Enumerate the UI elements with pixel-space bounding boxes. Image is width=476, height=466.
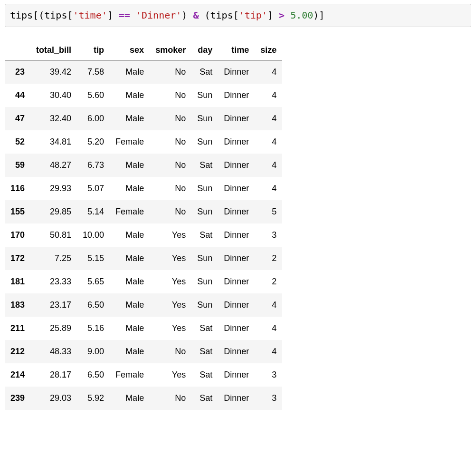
table-row: 4732.406.00MaleNoSunDinner4 [5, 107, 282, 130]
cell-size: 4 [255, 84, 282, 107]
table-row: 21248.339.00MaleNoSatDinner4 [5, 340, 282, 363]
code-token [273, 10, 279, 21]
cell-sex: Female [110, 130, 150, 154]
cell-day: Sat [191, 223, 218, 247]
index-corner [5, 40, 30, 60]
table-row: 2339.427.58MaleNoSatDinner4 [5, 60, 282, 84]
cell-time: Dinner [218, 154, 255, 177]
cell-size: 4 [255, 177, 282, 200]
code-token-number: 5.00 [290, 10, 313, 21]
column-header: day [191, 40, 218, 60]
cell-tip: 5.15 [77, 247, 110, 270]
cell-total_bill: 29.93 [30, 177, 77, 200]
table-row: 15529.855.14FemaleNoSunDinner5 [5, 200, 282, 223]
cell-time: Dinner [218, 317, 255, 340]
code-token [285, 10, 290, 21]
cell-tip: 7.58 [77, 60, 110, 84]
code-token: tips [44, 10, 67, 21]
cell-time: Dinner [218, 223, 255, 247]
cell-tip: 5.16 [77, 317, 110, 340]
cell-smoker: Yes [150, 293, 191, 317]
cell-total_bill: 48.27 [30, 154, 77, 177]
code-token [113, 10, 119, 21]
column-header: tip [77, 40, 110, 60]
cell-smoker: No [150, 177, 191, 200]
row-index: 170 [5, 223, 30, 247]
cell-day: Sun [191, 247, 218, 270]
cell-smoker: No [150, 130, 191, 154]
cell-sex: Male [110, 177, 150, 200]
cell-total_bill: 30.40 [30, 84, 77, 107]
cell-smoker: Yes [150, 363, 191, 387]
cell-size: 3 [255, 363, 282, 387]
code-token: ( [199, 10, 210, 21]
cell-smoker: Yes [150, 223, 191, 247]
table-body: 2339.427.58MaleNoSatDinner44430.405.60Ma… [5, 60, 282, 410]
cell-total_bill: 50.81 [30, 223, 77, 247]
cell-day: Sun [191, 177, 218, 200]
table-row: 4430.405.60MaleNoSunDinner4 [5, 84, 282, 107]
cell-sex: Male [110, 60, 150, 84]
column-header: time [218, 40, 255, 60]
code-input-cell[interactable]: tips[(tips['time'] == 'Dinner') & (tips[… [5, 4, 471, 27]
cell-smoker: No [150, 84, 191, 107]
cell-tip: 5.20 [77, 130, 110, 154]
cell-smoker: Yes [150, 270, 191, 293]
cell-total_bill: 34.81 [30, 130, 77, 154]
cell-size: 4 [255, 130, 282, 154]
cell-size: 4 [255, 154, 282, 177]
cell-size: 2 [255, 270, 282, 293]
table-row: 21428.176.50FemaleYesSatDinner3 [5, 363, 282, 387]
table-row: 17050.8110.00MaleYesSatDinner3 [5, 223, 282, 247]
code-token: )] [313, 10, 324, 21]
row-index: 212 [5, 340, 30, 363]
code-token-string: 'tip' [239, 10, 267, 21]
cell-sex: Male [110, 107, 150, 130]
cell-day: Sun [191, 293, 218, 317]
cell-smoker: No [150, 340, 191, 363]
cell-size: 4 [255, 107, 282, 130]
cell-time: Dinner [218, 200, 255, 223]
cell-time: Dinner [218, 387, 255, 410]
table-head: total_bill tip sex smoker day time size [5, 40, 282, 60]
cell-time: Dinner [218, 130, 255, 154]
row-index: 52 [5, 130, 30, 154]
row-index: 211 [5, 317, 30, 340]
cell-size: 4 [255, 293, 282, 317]
table-row: 5234.815.20FemaleNoSunDinner4 [5, 130, 282, 154]
cell-time: Dinner [218, 84, 255, 107]
cell-size: 3 [255, 223, 282, 247]
cell-time: Dinner [218, 247, 255, 270]
cell-smoker: Yes [150, 317, 191, 340]
cell-tip: 6.73 [77, 154, 110, 177]
cell-size: 4 [255, 340, 282, 363]
cell-day: Sun [191, 270, 218, 293]
cell-sex: Male [110, 270, 150, 293]
cell-total_bill: 23.33 [30, 270, 77, 293]
cell-time: Dinner [218, 363, 255, 387]
row-index: 155 [5, 200, 30, 223]
row-index: 183 [5, 293, 30, 317]
cell-total_bill: 48.33 [30, 340, 77, 363]
cell-total_bill: 39.42 [30, 60, 77, 84]
column-header: sex [110, 40, 150, 60]
row-index: 239 [5, 387, 30, 410]
cell-smoker: Yes [150, 247, 191, 270]
cell-day: Sat [191, 60, 218, 84]
cell-sex: Male [110, 317, 150, 340]
cell-tip: 5.60 [77, 84, 110, 107]
row-index: 59 [5, 154, 30, 177]
row-index: 47 [5, 107, 30, 130]
cell-sex: Female [110, 363, 150, 387]
cell-total_bill: 25.89 [30, 317, 77, 340]
cell-total_bill: 32.40 [30, 107, 77, 130]
cell-time: Dinner [218, 107, 255, 130]
cell-sex: Female [110, 200, 150, 223]
code-token: [ [233, 10, 239, 21]
row-index: 23 [5, 60, 30, 84]
row-index: 116 [5, 177, 30, 200]
cell-smoker: No [150, 154, 191, 177]
cell-tip: 5.92 [77, 387, 110, 410]
cell-sex: Male [110, 293, 150, 317]
table-row: 1727.255.15MaleYesSunDinner2 [5, 247, 282, 270]
